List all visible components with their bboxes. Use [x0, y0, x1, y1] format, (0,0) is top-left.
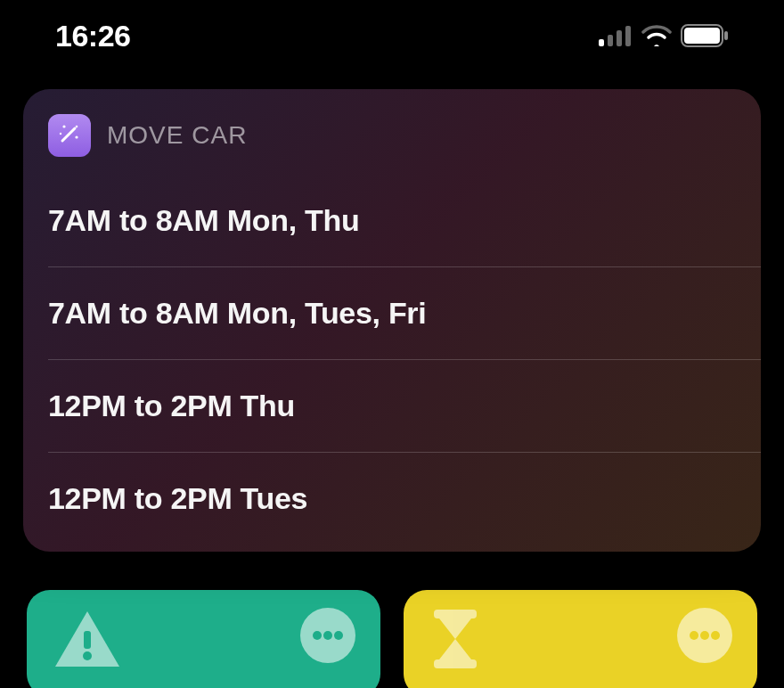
svg-rect-13 [434, 659, 477, 668]
widget-header: MOVE CAR [23, 89, 761, 175]
more-icon[interactable] [300, 608, 355, 663]
svg-rect-0 [599, 39, 604, 46]
magic-wand-icon [57, 121, 82, 150]
widget-title: MOVE CAR [107, 121, 247, 150]
svg-point-20 [60, 133, 61, 135]
list-item[interactable]: 7AM to 8AM Mon, Thu [23, 175, 761, 266]
svg-point-19 [75, 135, 78, 138]
svg-point-8 [83, 651, 92, 660]
background-card-yellow[interactable] [404, 590, 757, 688]
alert-icon [52, 608, 123, 674]
widget-card[interactable]: MOVE CAR 7AM to 8AM Mon, Thu 7AM to 8AM … [23, 89, 761, 552]
list-item[interactable]: 12PM to 2PM Thu [23, 360, 761, 452]
svg-point-17 [62, 125, 65, 127]
svg-point-16 [711, 631, 720, 640]
battery-icon [681, 24, 729, 47]
svg-rect-3 [625, 26, 631, 46]
status-bar: 16:26 [0, 0, 784, 71]
svg-rect-1 [608, 35, 613, 46]
background-card-green[interactable] [27, 590, 380, 688]
more-icon[interactable] [677, 608, 732, 663]
svg-point-9 [313, 631, 322, 640]
svg-rect-5 [684, 28, 720, 44]
svg-rect-2 [617, 30, 622, 46]
list-item[interactable]: 12PM to 2PM Tues [23, 453, 761, 545]
svg-point-15 [700, 631, 709, 640]
wifi-icon [641, 25, 672, 46]
svg-rect-7 [84, 631, 91, 649]
svg-point-14 [690, 631, 698, 640]
svg-point-11 [334, 631, 343, 640]
status-time: 16:26 [55, 19, 130, 53]
background-cards [27, 590, 757, 688]
list-item[interactable]: 7AM to 8AM Mon, Tues, Fri [23, 267, 761, 359]
signal-icon [599, 25, 633, 46]
status-indicators [599, 24, 729, 47]
svg-point-10 [323, 631, 332, 640]
svg-point-18 [76, 126, 78, 128]
hourglass-icon [429, 608, 482, 674]
app-icon [48, 114, 91, 157]
svg-rect-12 [434, 610, 477, 618]
svg-rect-6 [724, 31, 728, 40]
